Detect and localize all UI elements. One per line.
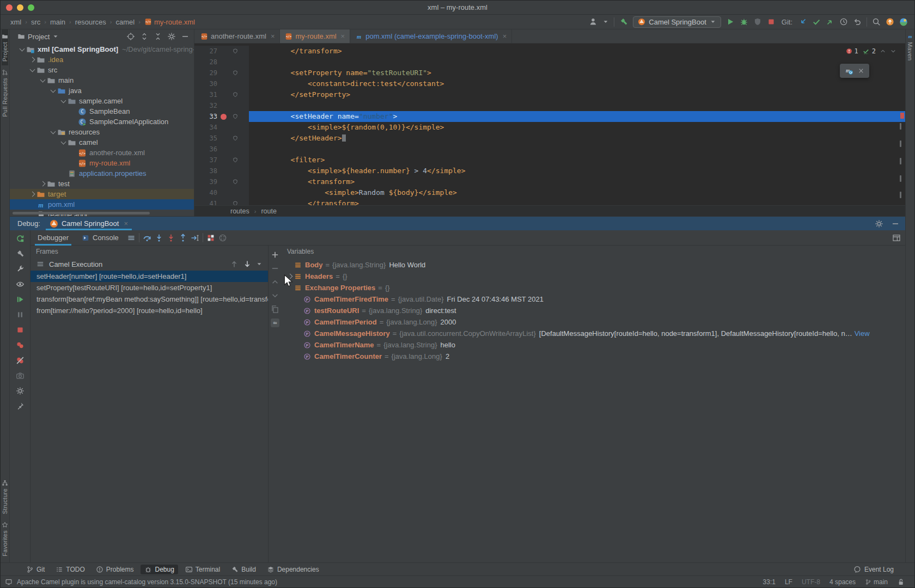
pause-button[interactable] (16, 310, 25, 319)
code-line-27[interactable]: 27 </transform> (194, 46, 905, 57)
variable-row-cameltimerperiod[interactable]: PCamelTimerPeriod={java.lang.Long}2000 (282, 316, 905, 328)
frame-row[interactable]: from[timer://hello?period=2000] [route=h… (30, 305, 268, 316)
tree-item-another-route-xml[interactable]: </>another-route.xml (10, 148, 194, 158)
duplicate-button[interactable] (271, 305, 279, 314)
editor-tab-pom-xml[interactable]: mpom.xml (camel-example-spring-boot-xml)… (350, 29, 512, 43)
locate-file-button[interactable] (126, 32, 135, 41)
frame-up-button[interactable] (230, 260, 239, 268)
tool-window-button-debug[interactable]: Debug (141, 565, 178, 574)
move-up-button[interactable] (271, 278, 279, 286)
tree-item-camel[interactable]: camel (10, 137, 194, 148)
tool-window-button-dependencies[interactable]: Dependencies (263, 565, 323, 574)
collapse-all-button[interactable] (154, 32, 162, 41)
gutter[interactable]: 32 (194, 100, 249, 111)
tree-item-xml-camel-springboot-[interactable]: xml [Camel SpringBoot]~/Dev/git/camel-sp… (10, 44, 194, 54)
chevron-down-icon[interactable] (256, 261, 263, 267)
close-icon[interactable]: × (124, 219, 128, 228)
code-line-40[interactable]: 40 <simple>Random ${body}</simple> (194, 187, 905, 198)
breadcrumb-item[interactable]: src (31, 18, 40, 26)
mute-breakpoints-grid-icon[interactable] (218, 234, 227, 242)
variable-row-cameltimerfiredtime[interactable]: PCamelTimerFiredTime={java.util.Date}Fri… (282, 293, 905, 305)
git-commit-button[interactable] (812, 17, 821, 26)
tree-item-samplecamelapplication[interactable]: CSampleCamelApplication (10, 117, 194, 127)
debug-settings-gear-icon[interactable] (875, 219, 883, 228)
view-breakpoints-button[interactable] (16, 341, 25, 350)
build-hammer-button[interactable] (619, 17, 628, 26)
tree-expand-icon[interactable] (29, 66, 35, 72)
camel-node-gutter-icon[interactable] (232, 200, 239, 205)
maven-reload-icon[interactable]: m (845, 66, 853, 75)
tool-window-tab-maven[interactable]: mMaven (907, 29, 913, 65)
code-line-38[interactable]: 38 <simple>${header.number} > 4</simple> (194, 166, 905, 176)
tree-expand-icon[interactable] (40, 181, 45, 187)
debug-session-tab[interactable]: Camel SpringBoot × (45, 217, 133, 230)
frame-row[interactable]: setProperty[testRouteURI] [route=hello,i… (30, 282, 268, 293)
settings-wrench-icon[interactable] (16, 265, 25, 273)
close-icon[interactable] (858, 68, 864, 74)
tree-expand-icon[interactable] (60, 139, 66, 144)
coverage-button[interactable] (753, 17, 762, 26)
line-separator[interactable]: LF (785, 578, 792, 586)
tool-window-button-problems[interactable]: Problems (92, 565, 138, 574)
gutter[interactable]: 37 (194, 155, 249, 166)
project-settings-gear-icon[interactable] (167, 32, 176, 41)
resume-button[interactable] (16, 295, 25, 304)
tree-expand-icon[interactable] (60, 97, 66, 103)
indent-setting[interactable]: 4 spaces (829, 578, 856, 586)
rerun-button[interactable] (16, 234, 25, 243)
restore-layout-button[interactable] (892, 234, 901, 242)
debug-button[interactable] (740, 17, 748, 26)
code-line-31[interactable]: 31 </setProperty> (194, 89, 905, 100)
gutter[interactable]: 29 (194, 68, 249, 78)
gutter[interactable]: 39 (194, 176, 249, 187)
tree-expand-icon[interactable] (29, 57, 35, 63)
debug-gear-icon[interactable] (16, 387, 25, 395)
close-icon[interactable]: × (503, 32, 507, 40)
debug-tab-console[interactable]: Console (77, 230, 124, 246)
tree-expand-icon[interactable] (19, 46, 25, 51)
tree-expand-icon[interactable] (50, 87, 56, 93)
tree-item-my-route-xml[interactable]: </>my-route.xml (10, 158, 194, 168)
camel-node-gutter-icon[interactable] (232, 70, 239, 76)
mute-breakpoints-button[interactable] (16, 356, 25, 365)
thread-selector[interactable]: Camel Execution (30, 258, 268, 271)
tree-item-test[interactable]: test (10, 179, 194, 189)
error-stripe-mark[interactable] (900, 140, 901, 147)
breakpoint-icon[interactable] (221, 114, 227, 120)
tree-item-src[interactable]: src (10, 65, 194, 75)
gutter[interactable]: 38 (194, 166, 249, 176)
git-push-button[interactable] (826, 17, 834, 26)
code-line-39[interactable]: 39 <transform> (194, 176, 905, 187)
camel-node-gutter-icon[interactable] (232, 179, 239, 185)
editor-tab-my-route-xml[interactable]: </>my-route.xml× (280, 29, 350, 43)
tool-window-button-git[interactable]: Git (22, 565, 48, 574)
hide-debug-panel-button[interactable] (891, 219, 900, 228)
tree-item-java[interactable]: java (10, 85, 194, 96)
add-watch-button[interactable] (271, 250, 279, 259)
variable-row-testrouteuri[interactable]: PtestRouteURI={java.lang.String}direct:t… (282, 305, 905, 316)
code-line-33[interactable]: 33 <setHeader name="number"> (194, 111, 905, 122)
frame-down-button[interactable] (243, 260, 252, 268)
gutter[interactable]: 40 (194, 187, 249, 198)
readonly-lock-icon[interactable] (897, 578, 905, 586)
stop-debug-button[interactable] (16, 326, 25, 334)
run-configuration-select[interactable]: Camel SpringBoot (633, 16, 721, 28)
build-restart-button[interactable] (16, 249, 25, 258)
breadcrumb-item[interactable]: resources (75, 18, 106, 26)
ide-update-icon[interactable] (886, 17, 894, 26)
close-window-button[interactable] (6, 4, 13, 11)
tool-window-tab-favorites[interactable]: Favorites (2, 518, 8, 560)
project-panel-title[interactable]: Project (28, 33, 50, 41)
error-stripe-mark[interactable] (900, 123, 901, 130)
next-problem-button[interactable] (890, 48, 896, 54)
event-log-button[interactable]: Event Log (853, 566, 894, 573)
run-to-cursor-button[interactable] (191, 234, 199, 242)
minimize-window-button[interactable] (17, 4, 23, 11)
code-line-32[interactable]: 32 (194, 100, 905, 111)
evaluate-toggle-button[interactable]: ∞ (271, 318, 279, 327)
prev-problem-button[interactable] (880, 48, 886, 54)
variable-row-camelmessagehistory[interactable]: PCamelMessageHistory={java.util.concurre… (282, 328, 905, 339)
remove-watch-button[interactable] (271, 264, 279, 273)
debug-tab-debugger[interactable]: Debugger (33, 230, 74, 246)
view-link[interactable]: View (855, 329, 870, 338)
